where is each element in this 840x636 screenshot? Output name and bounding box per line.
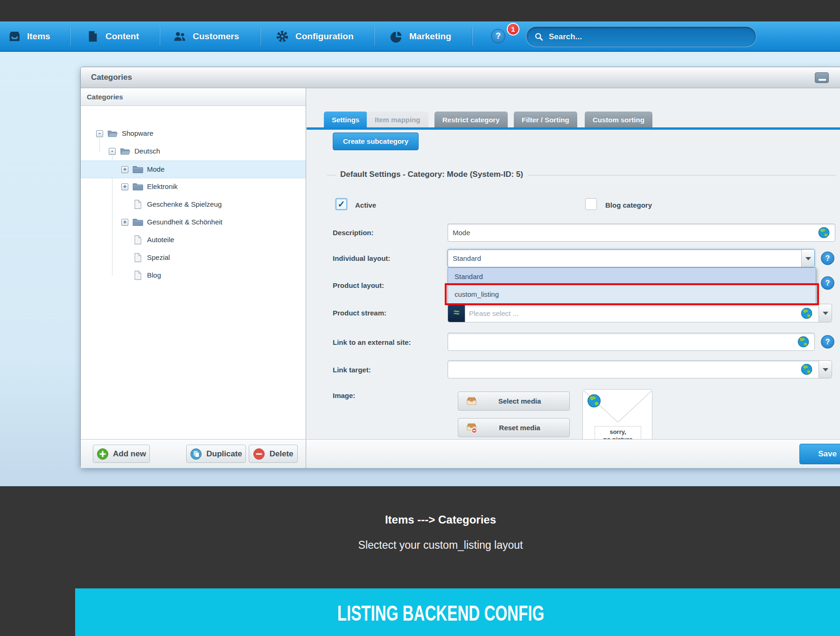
nav-item-configuration[interactable]: Configuration [275, 21, 354, 51]
folder-icon [133, 165, 143, 174]
tree-node-elektronik[interactable]: +Elektronik [81, 178, 306, 196]
nav-separator [374, 27, 375, 46]
duplicate-button[interactable]: Duplicate [186, 445, 246, 463]
product-stream-placeholder: Please select ... [469, 309, 800, 317]
bottom-banner: LISTING BACKEND CONFIG [75, 588, 840, 636]
expand-icon[interactable]: + [121, 166, 128, 173]
screenshot-root: ItemsContentCustomersConfigurationMarket… [0, 0, 840, 636]
description-value: Mode [453, 229, 818, 237]
minimize-icon[interactable] [815, 72, 829, 83]
save-button[interactable]: Save [799, 444, 840, 464]
users-icon [173, 29, 187, 43]
globe-icon [818, 226, 830, 239]
nav-separator [260, 27, 261, 46]
add-new-label: Add new [113, 449, 146, 459]
tab-filter-sorting[interactable]: Filter / Sorting [514, 112, 577, 128]
folder-open-icon [120, 147, 131, 156]
folder-icon [133, 182, 143, 191]
individual-layout-help-icon[interactable]: ? [821, 252, 834, 265]
tree-node-gesundheit-sch-nheit[interactable]: +Gesundheit & Schönheit [81, 214, 306, 231]
tree-node-deutsch[interactable]: -Deutsch [81, 143, 306, 161]
main-navbar: ItemsContentCustomersConfigurationMarket… [0, 21, 840, 52]
help-icon[interactable]: ? [491, 29, 505, 43]
tree-node-autoteile[interactable]: Autoteile [81, 231, 306, 249]
page-icon [133, 271, 143, 280]
tree-node-label: Blog [147, 271, 161, 279]
categories-window: Categories Categories -Shopware-Deutsch+… [80, 67, 840, 468]
nav-separator [472, 27, 473, 46]
window-titlebar[interactable]: Categories [81, 67, 840, 88]
media-reset-icon [466, 422, 477, 433]
link-target-field[interactable] [448, 360, 832, 378]
chevron-down-icon[interactable] [819, 304, 832, 322]
tab-custom-sorting[interactable]: Custom sorting [585, 112, 652, 128]
tree-node-shopware[interactable]: -Shopware [81, 125, 306, 143]
tree-node-spezial[interactable]: Spezial [81, 249, 306, 267]
nav-item-items[interactable]: Items [7, 21, 50, 51]
product-stream-field[interactable]: ≈ Please select ... [448, 304, 832, 322]
nav-item-content[interactable]: Content [85, 21, 139, 51]
collapse-icon[interactable]: - [96, 130, 103, 137]
category-tree: -Shopware-Deutsch+Mode+ElektronikGeschen… [81, 106, 306, 439]
active-label: Active [355, 201, 376, 209]
tree-node-label: Autoteile [147, 236, 174, 244]
link-external-label: Link to an external site: [333, 338, 411, 346]
tree-node-mode[interactable]: +Mode [81, 161, 306, 178]
nav-item-label: Customers [193, 31, 239, 42]
search-placeholder: Search... [549, 32, 582, 42]
image-label: Image: [333, 391, 355, 399]
nav-item-customers[interactable]: Customers [173, 21, 239, 51]
select-media-label: Select media [484, 397, 555, 405]
inbox-icon [7, 29, 21, 43]
chevron-down-icon[interactable] [801, 250, 814, 267]
pie-chart-icon [389, 29, 403, 43]
tree-node-label: Mode [147, 165, 165, 173]
settings-footer: Save [307, 439, 840, 468]
individual-layout-combobox[interactable]: Standard [448, 249, 815, 267]
blog-category-checkbox[interactable]: ✓ [585, 198, 597, 210]
individual-layout-label: Individual layout: [333, 254, 390, 262]
folder-open-icon [107, 129, 118, 138]
gear-icon [275, 29, 289, 43]
product-layout-label: Product layout: [333, 281, 384, 289]
tab-settings[interactable]: Settings [324, 112, 367, 128]
delete-button[interactable]: Delete [249, 445, 298, 463]
media-inbox-icon [466, 395, 477, 407]
tree-node-label: Deutsch [134, 147, 160, 155]
tree-node-geschenke-spielzeug[interactable]: Geschenke & Spielzeug [81, 196, 306, 214]
tree-node-label: Shopware [122, 129, 154, 137]
add-new-button[interactable]: Add new [93, 445, 150, 463]
active-checkbox[interactable]: ✓ [336, 198, 347, 210]
nav-item-label: Content [105, 31, 139, 42]
settings-panel: SettingsItem mappingRestrict categoryFil… [307, 88, 840, 468]
collapse-icon[interactable]: - [109, 148, 116, 155]
create-subcategory-button[interactable]: Create subcategory [333, 133, 419, 150]
search-icon [534, 32, 544, 42]
link-external-input[interactable] [448, 333, 815, 351]
expand-icon[interactable]: + [121, 183, 128, 190]
tree-node-blog[interactable]: Blog [81, 267, 306, 285]
duplicate-icon [190, 448, 202, 460]
nav-item-label: Items [27, 31, 50, 42]
banner-title: LISTING BACKEND CONFIG [165, 601, 716, 626]
page-icon [133, 253, 143, 262]
description-input[interactable]: Mode [448, 224, 835, 242]
chevron-down-icon[interactable] [819, 361, 832, 378]
nav-item-marketing[interactable]: Marketing [389, 21, 451, 51]
search-input[interactable]: Search... [526, 26, 756, 47]
select-media-button[interactable]: Select media [458, 391, 570, 411]
duplicate-label: Duplicate [206, 449, 242, 459]
tree-node-label: Geschenke & Spielzeug [147, 200, 222, 208]
product-stream-icon: ≈ [448, 305, 465, 322]
reset-media-button[interactable]: Reset media [458, 418, 570, 437]
document-icon [85, 29, 99, 43]
expand-icon[interactable]: + [121, 219, 128, 226]
globe-icon [587, 393, 602, 408]
tree-node-label: Gesundheit & Schönheit [147, 218, 223, 226]
product-layout-help-icon[interactable]: ? [821, 276, 834, 290]
notification-badge[interactable]: 1 [507, 23, 519, 35]
link-external-help-icon[interactable]: ? [821, 335, 834, 349]
tree-panel-header: Categories [81, 88, 306, 106]
minus-circle-icon [253, 448, 265, 460]
tab-restrict-category[interactable]: Restrict category [434, 112, 508, 128]
